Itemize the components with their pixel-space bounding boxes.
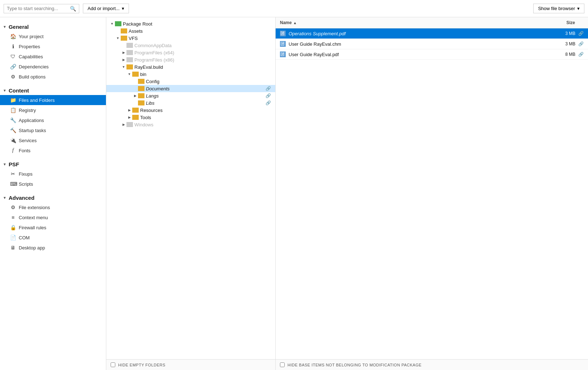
sidebar-item-scripts[interactable]: ⌨ Scripts bbox=[0, 179, 106, 189]
expand-package-root[interactable]: ▼ bbox=[109, 21, 115, 27]
tree-node-vfs[interactable]: ▼ VFS bbox=[106, 35, 275, 42]
sidebar-item-dependencies[interactable]: 🔗 Dependencies bbox=[0, 62, 106, 72]
tree-node-libs[interactable]: Libs 🔗 bbox=[106, 99, 275, 107]
link-icon: 🔗 bbox=[10, 64, 16, 69]
sidebar-item-your-project[interactable]: 🏠 Your project bbox=[0, 31, 106, 41]
sidebar-item-applications[interactable]: 🔧 Applications bbox=[0, 115, 106, 125]
tree-label-package-root: Package Root bbox=[123, 21, 274, 27]
expand-programfiles-x86[interactable]: ▶ bbox=[121, 57, 126, 63]
sidebar-advanced-label: Advanced bbox=[9, 195, 35, 201]
sidebar-item-context-menu[interactable]: ≡ Context menu bbox=[0, 212, 106, 222]
sidebar-content-label: Content bbox=[9, 87, 29, 94]
tree-node-rayeval-build[interactable]: ▼ RayEval.build bbox=[106, 63, 275, 71]
file-row-user-guide-chm[interactable]: User Guide RayEval.chm 3 MB 🔗 bbox=[276, 39, 588, 49]
tree-node-assets[interactable]: Assets bbox=[106, 27, 275, 35]
sidebar-your-project-label: Your project bbox=[19, 34, 44, 39]
hide-empty-folders-checkbox[interactable] bbox=[111, 362, 115, 367]
sort-arrow-icon: ▲ bbox=[293, 21, 297, 25]
expand-resources[interactable]: ▶ bbox=[126, 107, 132, 113]
hide-base-items-label[interactable]: HIDE BASE ITEMS NOT BELONGING TO MODIFIC… bbox=[288, 363, 422, 367]
sidebar: ▼ General 🏠 Your project ℹ Properties 🛡 … bbox=[0, 17, 106, 370]
tree-node-documents[interactable]: Documents 🔗 bbox=[106, 85, 275, 92]
file-tree-panel: ▼ Package Root Assets ▼ VFS bbox=[106, 17, 276, 370]
registry-icon: 📋 bbox=[10, 107, 16, 113]
home-icon: 🏠 bbox=[10, 33, 16, 39]
sidebar-section-advanced[interactable]: ▼ Advanced bbox=[0, 192, 106, 202]
tree-node-bin[interactable]: ▼ bin bbox=[106, 71, 275, 78]
sidebar-scripts-label: Scripts bbox=[19, 181, 33, 187]
sidebar-applications-label: Applications bbox=[19, 118, 44, 123]
tree-node-langs[interactable]: ▶ Langs 🔗 bbox=[106, 92, 275, 99]
expand-langs[interactable]: ▶ bbox=[132, 93, 138, 99]
tree-node-programfiles-x86[interactable]: ▶ ProgramFiles (x86) bbox=[106, 56, 275, 63]
hide-empty-folders-label[interactable]: HIDE EMPTY FOLDERS bbox=[118, 363, 165, 367]
col-name-header: Name ▲ bbox=[280, 20, 546, 25]
add-import-button[interactable]: Add or import... ▾ bbox=[83, 4, 129, 13]
add-import-label: Add or import... bbox=[88, 6, 120, 11]
sidebar-section-general[interactable]: ▼ General bbox=[0, 21, 106, 31]
sidebar-item-files-and-folders[interactable]: 📁 Files and Folders bbox=[0, 95, 106, 105]
tree-node-config[interactable]: Config bbox=[106, 78, 275, 85]
tree-label-resources: Resources bbox=[140, 108, 274, 113]
sidebar-item-com[interactable]: 📄 COM bbox=[0, 233, 106, 243]
expand-windows[interactable]: ▶ bbox=[121, 122, 126, 127]
folder-package-root-icon bbox=[115, 21, 121, 26]
sidebar-section-psf[interactable]: ▼ PSF bbox=[0, 158, 106, 169]
context-menu-icon: ≡ bbox=[10, 215, 16, 220]
sidebar-registry-label: Registry bbox=[19, 108, 36, 113]
tree-label-commonappdata: CommonAppData bbox=[134, 43, 274, 48]
expand-assets[interactable] bbox=[115, 28, 121, 34]
expand-libs[interactable] bbox=[132, 100, 138, 106]
top-bar: 🔍 Add or import... ▾ Show file browser ▾ bbox=[0, 0, 588, 17]
sidebar-section-content[interactable]: ▼ Content bbox=[0, 85, 106, 95]
sidebar-item-fonts[interactable]: f Fonts bbox=[0, 145, 106, 155]
sidebar-item-fixups[interactable]: ✂ Fixups bbox=[0, 169, 106, 179]
expand-documents[interactable] bbox=[132, 86, 138, 91]
tree-label-bin: bin bbox=[140, 72, 274, 77]
expand-tools[interactable]: ▶ bbox=[126, 114, 132, 120]
tree-node-tools[interactable]: ▶ Tools bbox=[106, 114, 275, 121]
sidebar-item-capabilities[interactable]: 🛡 Capabilities bbox=[0, 51, 106, 62]
tree-label-programfiles-x86: ProgramFiles (x86) bbox=[134, 57, 274, 63]
sidebar-desktop-app-label: Desktop app bbox=[19, 245, 45, 251]
file-icon-user-guide-pdf bbox=[280, 51, 286, 57]
tree-node-commonappdata[interactable]: CommonAppData bbox=[106, 42, 275, 49]
file-tree-scroll: ▼ Package Root Assets ▼ VFS bbox=[106, 17, 275, 359]
show-file-browser-chevron-icon: ▾ bbox=[577, 6, 580, 11]
file-row-ops-supplement[interactable]: Operations Supplement.pdf 3 MB 🔗 bbox=[276, 28, 588, 39]
expand-commonappdata[interactable] bbox=[121, 42, 126, 48]
search-input[interactable] bbox=[7, 6, 68, 11]
hide-base-items-checkbox[interactable] bbox=[280, 362, 285, 367]
folder-assets-icon bbox=[121, 28, 127, 33]
tree-node-resources[interactable]: ▶ Resources bbox=[106, 107, 275, 114]
general-chevron-icon: ▼ bbox=[3, 25, 6, 29]
tree-node-windows[interactable]: ▶ Windows bbox=[106, 121, 275, 128]
divider-3 bbox=[0, 189, 106, 192]
sidebar-firewall-rules-label: Firewall rules bbox=[19, 225, 46, 230]
sidebar-fixups-label: Fixups bbox=[19, 171, 32, 177]
file-link-user-guide-pdf-icon: 🔗 bbox=[578, 52, 584, 57]
sidebar-item-build-options[interactable]: ⚙ Build options bbox=[0, 72, 106, 82]
expand-bin[interactable]: ▼ bbox=[126, 71, 132, 77]
sidebar-item-properties[interactable]: ℹ Properties bbox=[0, 41, 106, 51]
file-row-user-guide-pdf[interactable]: User Guide RayEval.pdf 8 MB 🔗 bbox=[276, 49, 588, 60]
sidebar-item-desktop-app[interactable]: 🖥 Desktop app bbox=[0, 243, 106, 253]
sidebar-item-firewall-rules[interactable]: 🔒 Firewall rules bbox=[0, 222, 106, 233]
file-link-ops-supplement-icon: 🔗 bbox=[578, 31, 584, 36]
divider-1 bbox=[0, 82, 106, 85]
file-icon-ops-supplement bbox=[280, 31, 286, 36]
tree-node-programfiles-x64[interactable]: ▶ ProgramFiles (x64) bbox=[106, 49, 275, 56]
startup-icon: 🔨 bbox=[10, 127, 16, 133]
expand-programfiles-x64[interactable]: ▶ bbox=[121, 50, 126, 55]
expand-rayeval-build[interactable]: ▼ bbox=[121, 64, 126, 70]
sidebar-item-services[interactable]: 🔌 Services bbox=[0, 135, 106, 145]
sidebar-item-file-extensions[interactable]: ⚙ File extensions bbox=[0, 202, 106, 212]
sidebar-item-registry[interactable]: 📋 Registry bbox=[0, 105, 106, 115]
expand-config[interactable] bbox=[132, 78, 138, 84]
tree-label-rayeval-build: RayEval.build bbox=[134, 64, 274, 70]
expand-vfs[interactable]: ▼ bbox=[115, 35, 121, 41]
tree-node-package-root[interactable]: ▼ Package Root bbox=[106, 20, 275, 27]
sidebar-item-startup-tasks[interactable]: 🔨 Startup tasks bbox=[0, 125, 106, 135]
show-file-browser-button[interactable]: Show file browser ▾ bbox=[533, 4, 584, 13]
fonts-icon: f bbox=[10, 148, 16, 153]
